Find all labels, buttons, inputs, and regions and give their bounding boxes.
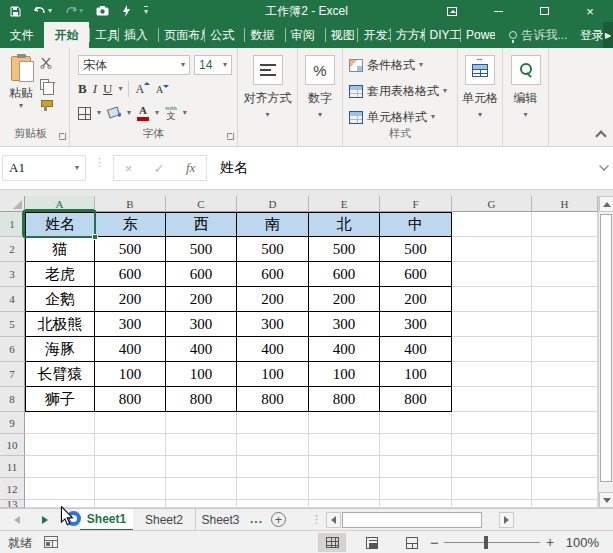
formula-input[interactable]: 姓名 [210,155,589,181]
close-button[interactable]: × [567,0,613,22]
cell-E6[interactable]: 400 [309,337,380,362]
tell-me-box[interactable]: 告诉我... [503,22,572,48]
italic-button[interactable]: I [93,81,97,97]
cell-A11[interactable] [25,456,95,478]
cell-B4[interactable]: 200 [95,287,166,312]
cell-B1[interactable]: 东 [95,212,166,237]
cell-H10[interactable] [532,434,598,456]
cell-F7[interactable]: 100 [380,362,452,387]
alignment-group-button[interactable]: 对齐方式 ▾ [238,55,297,119]
cell-B9[interactable] [95,412,166,434]
enter-button[interactable]: ✓ [154,161,165,176]
select-all-corner[interactable] [0,196,25,212]
cell-E4[interactable]: 200 [309,287,380,312]
cell-H7[interactable] [532,362,598,387]
cell-H8[interactable] [532,387,598,412]
font-dialog-launcher[interactable] [227,133,234,140]
cell-A7[interactable]: 长臂猿 [25,362,95,387]
cell-E3[interactable]: 600 [309,262,380,287]
cell-styles-button[interactable]: 单元格样式 ▾ [349,109,435,125]
row-header-9[interactable]: 9 [0,412,25,434]
cell-F10[interactable] [380,434,452,456]
cell-G4[interactable] [452,287,532,312]
cell-C5[interactable]: 300 [166,312,237,337]
zoom-slider-thumb[interactable] [484,536,488,549]
col-header-C[interactable]: C [166,196,237,212]
scroll-left-button[interactable] [326,512,341,528]
more-sheets-button[interactable]: ... [250,512,263,526]
row-header-5[interactable]: 5 [0,312,25,337]
scroll-down-button[interactable] [599,492,613,508]
macro-record-button[interactable] [44,536,58,548]
cell-E9[interactable] [309,412,380,434]
cells-group-button[interactable]: 单元格 ▾ [458,55,502,119]
cell-B3[interactable]: 600 [95,262,166,287]
cell-C13[interactable] [166,500,237,508]
cell-C11[interactable] [166,456,237,478]
row-header-11[interactable]: 11 [0,456,25,478]
borders-dropdown-icon[interactable]: ▾ [97,109,101,117]
cell-G3[interactable] [452,262,532,287]
insert-function-button[interactable]: fx [186,160,195,176]
cell-H9[interactable] [532,412,598,434]
ribbon-display-options-button[interactable] [429,0,475,22]
cell-E11[interactable] [309,456,380,478]
undo-dropdown-icon[interactable]: ▾ [48,7,52,15]
formula-bar-grip[interactable]: ⋮ [94,159,105,165]
format-as-table-button[interactable]: 套用表格格式 ▾ [349,83,447,99]
cell-F9[interactable] [380,412,452,434]
row-header-2[interactable]: 2 [0,237,25,262]
cell-H6[interactable] [532,337,598,362]
cell-D4[interactable]: 200 [237,287,309,312]
cell-D1[interactable]: 南 [237,212,309,237]
name-box-dropdown-icon[interactable]: ▾ [75,164,79,172]
zoom-in-button[interactable]: + [546,534,554,550]
tab-scroll-arrow-icon[interactable]: ▶ [603,22,613,48]
camera-button[interactable] [96,6,109,16]
sheet-tab-sheet1[interactable]: Sheet1 [80,509,133,531]
sheet-nav-left-icon[interactable] [14,516,20,524]
cell-G1[interactable] [452,212,532,237]
collapse-ribbon-button[interactable] [595,130,606,141]
tab-insert[interactable]: 插入 [118,22,158,48]
cell-B8[interactable]: 800 [95,387,166,412]
row-header-6[interactable]: 6 [0,337,25,362]
cell-H1[interactable] [532,212,598,237]
cell-C1[interactable]: 西 [166,212,237,237]
scroll-up-button[interactable] [599,196,613,212]
cell-E2[interactable]: 500 [309,237,380,262]
cell-F11[interactable] [380,456,452,478]
undo-button[interactable]: ▾ [34,6,52,16]
cell-C4[interactable]: 200 [166,287,237,312]
save-button[interactable] [10,6,21,17]
minimize-button[interactable] [475,0,521,22]
sheet-tab-sheet3[interactable]: Sheet3 [195,509,245,531]
shrink-font-button[interactable]: A [156,84,169,95]
tab-file[interactable]: 文件 [0,22,44,48]
font-size-select[interactable]: 14 ▾ [194,55,232,75]
col-header-E[interactable]: E [309,196,380,212]
cell-B11[interactable] [95,456,166,478]
tab-ffcell[interactable]: 方方格子 [390,22,424,48]
cell-B6[interactable]: 400 [95,337,166,362]
cell-E5[interactable]: 300 [309,312,380,337]
clipboard-dialog-launcher[interactable] [59,133,66,140]
horizontal-scrollbar[interactable] [326,512,514,528]
tab-view[interactable]: 视图 [325,22,358,48]
cell-G8[interactable] [452,387,532,412]
name-box[interactable]: A1 ▾ [2,155,86,181]
row-header-13[interactable]: 13 [0,500,25,508]
cancel-button[interactable]: × [125,161,133,176]
tab-data[interactable]: 数据 [244,22,284,48]
cell-A8[interactable]: 狮子 [25,387,95,412]
row-header-4[interactable]: 4 [0,287,25,312]
number-group-button[interactable]: % 数字 ▾ [298,55,342,119]
row-header-1[interactable]: 1 [0,212,25,237]
cell-C9[interactable] [166,412,237,434]
copy-button[interactable]: ▾ [40,77,55,91]
cell-F2[interactable]: 500 [380,237,452,262]
cell-D6[interactable]: 400 [237,337,309,362]
cell-G13[interactable] [452,500,532,508]
cell-D2[interactable]: 500 [237,237,309,262]
font-color-dropdown-icon[interactable]: ▾ [155,109,159,117]
